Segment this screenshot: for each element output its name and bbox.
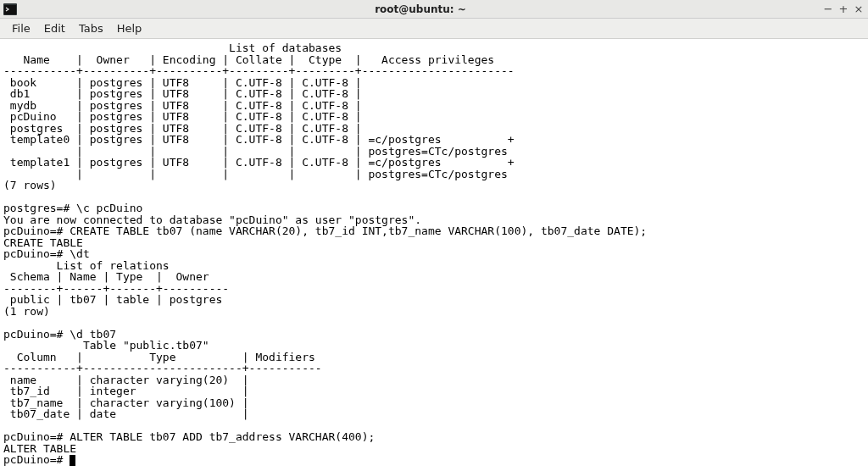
prompt-line[interactable]: pcDuino=# [3,453,75,466]
window-title: root@ubuntu: ~ [22,3,819,15]
menubar: File Edit Tabs Help [0,19,868,39]
menu-tabs[interactable]: Tabs [72,20,110,36]
titlebar: root@ubuntu: ~ − + × [0,0,868,19]
maximize-button[interactable]: + [837,3,849,15]
minimize-button[interactable]: − [822,3,834,15]
menu-file[interactable]: File [5,20,37,36]
terminal-icon [3,3,17,15]
menu-help[interactable]: Help [110,20,149,36]
prompt-text: pcDuino=# [3,453,70,466]
terminal[interactable]: List of databases Name | Owner | Encodin… [0,39,868,471]
cursor-icon [70,455,75,466]
close-button[interactable]: × [853,3,865,15]
svg-rect-2 [4,5,16,14]
menu-edit[interactable]: Edit [37,20,72,36]
